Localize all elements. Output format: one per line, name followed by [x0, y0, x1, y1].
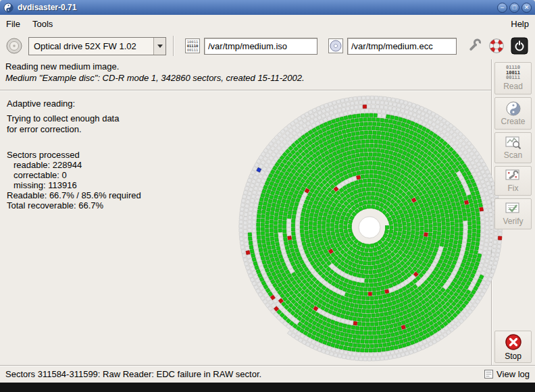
wrench-icon — [466, 38, 482, 54]
scan-button-label: Scan — [504, 150, 522, 160]
verify-icon — [505, 202, 521, 216]
missing-count: missing: 113916 — [7, 180, 223, 190]
toolbar-separator — [173, 36, 174, 56]
power-icon — [511, 37, 528, 55]
ecc-path-input[interactable] — [347, 38, 457, 55]
toolbar: Optical drive 52X FW 1.02 10011 01110 00… — [0, 32, 535, 59]
status-heading: Reading new medium image. Medium "Exampl… — [5, 61, 305, 84]
yin-yang-icon — [506, 101, 521, 116]
reading-description-line2: for error correction. — [7, 124, 223, 135]
stop-icon — [505, 333, 522, 351]
window-bottom-edge — [0, 383, 535, 392]
fix-button-label: Fix — [508, 184, 519, 193]
sectors-processed-title: Sectors processed — [7, 150, 223, 160]
scan-icon — [505, 136, 521, 150]
close-button[interactable]: ✕ — [521, 3, 532, 13]
quit-button[interactable] — [511, 37, 528, 55]
chevron-down-icon — [153, 38, 165, 55]
create-button-label: Create — [501, 117, 525, 126]
application-window: dvdisaster-0.71 – □ ✕ File Tools Help Op… — [0, 0, 535, 392]
drive-icon — [5, 37, 23, 55]
view-log-label: View log — [496, 369, 530, 379]
scan-button[interactable]: Scan — [494, 132, 532, 163]
help-button[interactable] — [488, 38, 505, 54]
info-panel: Adaptive reading: Trying to collect enou… — [7, 99, 223, 211]
ecc-file-icon — [328, 38, 343, 53]
maximize-button[interactable]: □ — [509, 3, 519, 13]
verify-button[interactable]: Verify — [494, 198, 532, 229]
reading-description-line1: Trying to collect enough data — [7, 113, 223, 124]
menu-help[interactable]: Help — [505, 16, 535, 32]
status-message: Sectors 311584-311599: Raw Reader: EDC f… — [5, 369, 261, 379]
read-button-label: Read — [503, 82, 523, 91]
window-title: dvdisaster-0.71 — [18, 3, 497, 12]
menubar: File Tools Help — [0, 15, 535, 32]
iso-path-input[interactable] — [204, 38, 317, 55]
preferences-button[interactable] — [466, 38, 482, 54]
correctable-count: correctable: 0 — [7, 170, 223, 180]
statusbar: Sectors 311584-311599: Raw Reader: EDC f… — [0, 365, 535, 383]
life-preserver-icon — [488, 38, 505, 54]
total-recoverable: Total recoverable: 66.7% — [7, 200, 223, 211]
view-log-button[interactable]: View log — [484, 369, 530, 379]
stop-button[interactable]: Stop — [494, 331, 532, 363]
create-button[interactable]: Create — [494, 97, 532, 130]
titlebar[interactable]: dvdisaster-0.71 – □ ✕ — [0, 0, 535, 15]
menu-file[interactable]: File — [0, 16, 26, 32]
drive-select-value: Optical drive 52X FW 1.02 — [29, 41, 153, 51]
menu-tools[interactable]: Tools — [26, 16, 59, 32]
read-icon: 01110 10011 00111 — [506, 65, 520, 81]
sector-spiral — [230, 88, 509, 366]
action-sidebar: 01110 10011 00111 Read Create Scan — [493, 59, 534, 365]
log-icon — [484, 370, 493, 379]
adaptive-reading-title: Adaptive reading: — [7, 99, 223, 109]
readable-count: readable: 228944 — [7, 160, 223, 170]
drive-button[interactable] — [5, 37, 23, 55]
minimize-button[interactable]: – — [497, 3, 507, 13]
app-icon — [3, 3, 14, 13]
image-file-icon: 10011 01110 00111 — [185, 38, 200, 53]
heading-line1: Reading new medium image. — [5, 61, 305, 72]
verify-button-label: Verify — [503, 217, 523, 226]
heading-line2: Medium "Example disc": CD-R mode 1, 3428… — [5, 72, 305, 84]
fix-button[interactable]: Fix — [494, 166, 532, 196]
fix-icon — [505, 169, 521, 183]
read-button[interactable]: 01110 10011 00111 Read — [494, 62, 532, 94]
drive-select[interactable]: Optical drive 52X FW 1.02 — [28, 37, 166, 55]
readable-percentage: Readable: 66.7% / 85.6% required — [7, 190, 223, 200]
stop-button-label: Stop — [505, 352, 521, 361]
